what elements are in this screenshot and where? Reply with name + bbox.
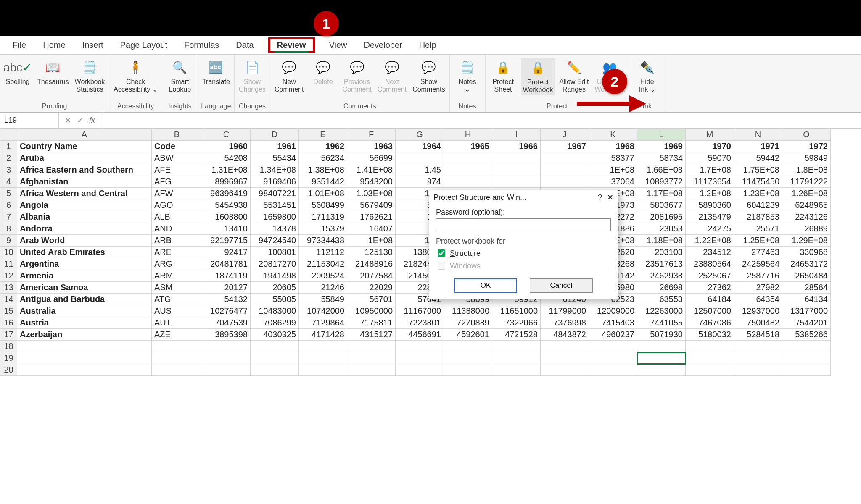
col-header-A[interactable]: A [17, 129, 152, 141]
col-header-H[interactable]: H [444, 129, 492, 141]
cell-value[interactable]: 112112 [299, 247, 347, 258]
cell-empty[interactable] [686, 352, 734, 364]
cell-code[interactable]: AUS [152, 305, 202, 317]
row-header[interactable]: 12 [0, 270, 17, 282]
formula-enter-icon[interactable]: ✓ [77, 116, 83, 125]
cell-value[interactable]: 7086299 [251, 317, 299, 329]
cell-empty[interactable] [152, 364, 202, 376]
cell-value[interactable]: 1E+08 [589, 164, 637, 176]
cell-value[interactable]: 1.18E+08 [637, 235, 686, 247]
notes-button[interactable]: 🗒️ Notes ⌄ [452, 58, 483, 94]
tab-developer[interactable]: Developer [362, 39, 405, 52]
cell-code[interactable]: ARM [152, 270, 202, 282]
cell-value[interactable]: 1.38E+08 [299, 164, 347, 176]
cell-value[interactable]: 26698 [637, 282, 686, 294]
cell-value[interactable]: 5679409 [347, 200, 396, 211]
col-header-D[interactable]: D [251, 129, 299, 141]
cell-value[interactable]: 3895398 [202, 329, 251, 341]
cell-value[interactable] [444, 176, 492, 188]
col-header-L[interactable]: L [637, 129, 686, 141]
cell-value[interactable]: 11167000 [396, 305, 444, 317]
cell-value[interactable]: 7415403 [589, 317, 637, 329]
col-header-E[interactable]: E [299, 129, 347, 141]
cell-value[interactable]: 10893772 [637, 176, 686, 188]
cell-value[interactable]: 14378 [251, 223, 299, 235]
cell-empty[interactable] [347, 352, 396, 364]
cell-empty[interactable] [492, 352, 541, 364]
cell-value[interactable]: 27362 [686, 282, 734, 294]
cell-code[interactable]: AUT [152, 317, 202, 329]
cell-value[interactable]: 7129864 [299, 317, 347, 329]
row-header[interactable]: 5 [0, 188, 17, 200]
cell-empty[interactable] [444, 352, 492, 364]
cell-country[interactable]: Arab World [17, 235, 152, 247]
cell-value[interactable]: 12263000 [637, 305, 686, 317]
cell-value[interactable]: 5180032 [686, 329, 734, 341]
header-year[interactable]: 1971 [734, 141, 782, 152]
header-year[interactable]: 1968 [589, 141, 637, 152]
cell-value[interactable]: 24275 [686, 223, 734, 235]
cell-code[interactable]: AND [152, 223, 202, 235]
cell-value[interactable]: 7322066 [492, 317, 541, 329]
thesaurus-button[interactable]: 📖 Thesaurus [35, 58, 71, 87]
cell-value[interactable]: 21153042 [299, 258, 347, 270]
cell-value[interactable]: 1711319 [299, 211, 347, 223]
cell-empty[interactable] [492, 341, 541, 352]
cell-value[interactable]: 4843872 [541, 329, 589, 341]
cell-value[interactable]: 37064 [589, 176, 637, 188]
cell-value[interactable]: 28564 [782, 282, 831, 294]
tab-insert[interactable]: Insert [80, 39, 106, 52]
cell-value[interactable]: 11173654 [686, 176, 734, 188]
cell-country[interactable]: Argentina [17, 258, 152, 270]
cell-value[interactable]: 13177000 [782, 305, 831, 317]
cell-empty[interactable] [541, 352, 589, 364]
cell-value[interactable]: 27982 [734, 282, 782, 294]
cell-code[interactable]: AFG [152, 176, 202, 188]
cell-value[interactable]: 1E+08 [347, 235, 396, 247]
cell-value[interactable]: 20605 [251, 282, 299, 294]
cell-value[interactable] [444, 152, 492, 164]
protect-sheet-button[interactable]: 🔒 Protect Sheet [488, 58, 518, 94]
tab-pagelayout[interactable]: Page Layout [118, 39, 170, 52]
cell-value[interactable] [541, 164, 589, 176]
tab-view[interactable]: View [327, 39, 350, 52]
cell-country[interactable]: Africa Eastern and Southern [17, 164, 152, 176]
cell-empty[interactable] [734, 352, 782, 364]
cell-value[interactable]: 11799000 [541, 305, 589, 317]
cell-value[interactable]: 10483000 [251, 305, 299, 317]
cell-value[interactable]: 10276477 [202, 305, 251, 317]
cell-value[interactable]: 96396419 [202, 188, 251, 200]
cell-country[interactable]: Angola [17, 200, 152, 211]
cell-value[interactable]: 1762621 [347, 211, 396, 223]
cell-value[interactable]: 9543200 [347, 176, 396, 188]
col-header-K[interactable]: K [589, 129, 637, 141]
cell-code[interactable]: AGO [152, 200, 202, 211]
cell-value[interactable]: 1874119 [202, 270, 251, 282]
cell-value[interactable]: 2135479 [686, 211, 734, 223]
cell-value[interactable]: 7500482 [734, 317, 782, 329]
cell-value[interactable]: 7270889 [444, 317, 492, 329]
cell-value[interactable]: 20481781 [202, 258, 251, 270]
cell-value[interactable]: 64184 [686, 294, 734, 305]
cell-value[interactable]: 1941498 [251, 270, 299, 282]
cell-value[interactable]: 26889 [782, 223, 831, 235]
cell-empty[interactable] [734, 341, 782, 352]
cell-value[interactable]: 1.29E+08 [782, 235, 831, 247]
cell-value[interactable] [492, 176, 541, 188]
cell-value[interactable]: 330968 [782, 247, 831, 258]
cell-value[interactable]: 6248965 [782, 200, 831, 211]
cell-value[interactable]: 2650484 [782, 270, 831, 282]
cell-empty[interactable] [686, 341, 734, 352]
cell-value[interactable]: 55849 [299, 294, 347, 305]
cell-value[interactable]: 97334438 [299, 235, 347, 247]
cell-value[interactable]: 98407221 [251, 188, 299, 200]
header-year[interactable]: 1969 [637, 141, 686, 152]
cell-empty[interactable] [686, 364, 734, 376]
name-box[interactable]: L19 [0, 113, 59, 128]
cell-value[interactable]: 4960237 [589, 329, 637, 341]
spreadsheet-grid[interactable]: ABCDEFGHIJKLMNO 1Country NameCode1960196… [0, 129, 831, 376]
select-all-cell[interactable] [0, 129, 17, 141]
row-header[interactable]: 9 [0, 235, 17, 247]
cell-country[interactable]: Andorra [17, 223, 152, 235]
row-header[interactable]: 20 [0, 364, 17, 376]
